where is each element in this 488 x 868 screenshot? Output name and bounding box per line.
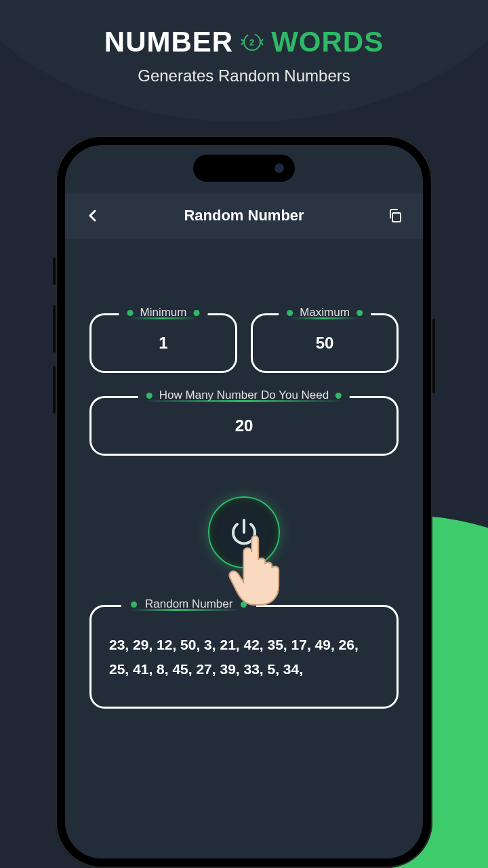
page-title: Random Number bbox=[184, 207, 304, 224]
count-value: 20 bbox=[235, 416, 253, 435]
swap-icon: 2 bbox=[237, 27, 267, 57]
result-box: Random Number 23, 29, 12, 50, 3, 21, 42,… bbox=[89, 605, 399, 709]
maximum-field[interactable]: Maximum 50 bbox=[251, 313, 399, 373]
app-bar: Random Number bbox=[65, 193, 423, 239]
phone-mute-switch bbox=[53, 258, 56, 285]
phone-volume-down bbox=[53, 366, 56, 414]
field-accent bbox=[129, 317, 197, 319]
content-area: Minimum 1 Maximum 50 How Many Number Do … bbox=[65, 239, 423, 709]
maximum-value: 50 bbox=[316, 334, 334, 353]
minimum-value: 1 bbox=[159, 334, 167, 353]
back-button[interactable] bbox=[83, 205, 103, 226]
phone-frame: Random Number Minimum 1 Maximum 50 bbox=[56, 136, 432, 868]
copy-icon bbox=[388, 208, 403, 223]
svg-rect-2 bbox=[392, 213, 401, 222]
generate-wrapper bbox=[89, 496, 399, 568]
dynamic-island bbox=[193, 155, 295, 182]
phone-power-button bbox=[432, 319, 435, 393]
field-accent bbox=[142, 400, 346, 402]
pointer-hand-icon bbox=[223, 528, 298, 609]
promo-header: NUMBER 2 WORDS Generates Random Numbers bbox=[0, 0, 488, 85]
promo-title-part2: WORDS bbox=[271, 26, 384, 58]
field-accent bbox=[291, 317, 359, 319]
result-text: 23, 29, 12, 50, 3, 21, 42, 35, 17, 49, 2… bbox=[109, 633, 379, 681]
promo-title-part1: NUMBER bbox=[104, 26, 233, 58]
field-accent bbox=[132, 609, 241, 611]
count-field[interactable]: How Many Number Do You Need 20 bbox=[89, 396, 399, 456]
copy-button[interactable] bbox=[385, 205, 405, 226]
phone-screen: Random Number Minimum 1 Maximum 50 bbox=[65, 145, 423, 859]
phone-volume-up bbox=[53, 305, 56, 353]
svg-text:2: 2 bbox=[249, 37, 255, 47]
chevron-left-icon bbox=[86, 209, 100, 222]
minimum-field[interactable]: Minimum 1 bbox=[89, 313, 237, 373]
promo-subtitle: Generates Random Numbers bbox=[0, 66, 488, 85]
promo-title: NUMBER 2 WORDS bbox=[0, 26, 488, 58]
